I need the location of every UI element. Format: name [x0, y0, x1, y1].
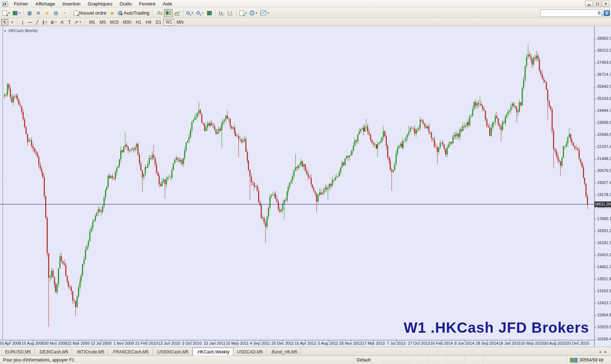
price-tick-label: 28212.90 — [594, 48, 611, 52]
crosshair-button[interactable]: + — [8, 19, 16, 26]
status-message: Pour plus d'informations, appuyer F1 — [0, 356, 353, 364]
new-chart-button[interactable]: ▾ — [1, 9, 11, 17]
auto-scroll-icon — [219, 11, 224, 16]
horizontal-line-button[interactable]: — — [26, 19, 34, 26]
price-tick-label: 24444.70 — [594, 108, 611, 113]
arrows-tool-button[interactable]: ↗▾ — [73, 19, 82, 26]
price-axis[interactable]: 28962.0028212.9027463.8026714.7025942.90… — [594, 26, 611, 340]
restore-icon — [596, 3, 599, 5]
price-tick-label: 19178.30 — [594, 192, 611, 197]
autotrading-icon — [118, 11, 122, 15]
line-chart-button[interactable] — [173, 9, 182, 17]
tab-us500cash-m5[interactable]: .US500Cash,M5 — [153, 348, 192, 356]
price-tick-label: 10915.50 — [594, 325, 611, 329]
market-watch-button[interactable]: ▦ — [25, 9, 34, 17]
text-tool-button[interactable]: A — [58, 19, 66, 26]
data-window-button[interactable]: ⊕ — [34, 9, 43, 17]
navigator-button[interactable]: ★ — [43, 9, 51, 17]
zoom-out-button[interactable]: − — [195, 9, 205, 17]
timeframe-m5[interactable]: M5 — [97, 19, 108, 26]
autotrading-button[interactable]: AutoTrading — [116, 9, 151, 17]
strategy-tester-button[interactable]: ◔ — [60, 9, 69, 17]
tile-windows-button[interactable] — [205, 9, 214, 17]
price-tick-label: 22946.50 — [594, 132, 611, 137]
timeframe-mn[interactable]: MN — [174, 19, 186, 26]
status-cell-empty — [483, 356, 567, 364]
metaeditor-button[interactable]: ◆ — [108, 9, 116, 17]
chart-symbol-label[interactable]: ▼.HKCash,Weekly — [4, 28, 38, 33]
price-tick-label: 23695.60 — [594, 120, 611, 125]
price-tick-label: 11664.60 — [594, 313, 611, 317]
indicators-button[interactable]: ▾ — [238, 9, 248, 17]
chart-shift-button[interactable] — [226, 9, 235, 17]
fibonacci-button[interactable]: ≣F — [49, 19, 58, 26]
vertical-line-button[interactable]: | — [19, 19, 26, 26]
periods-button[interactable]: ▾ — [248, 9, 259, 17]
clock-icon — [250, 11, 254, 15]
close-button[interactable]: ✕ — [602, 1, 610, 7]
tab-scroll-right-icon[interactable]: ▸ — [604, 349, 607, 354]
cursor-button[interactable]: ↖ — [1, 19, 8, 26]
bar-chart-button[interactable] — [155, 9, 164, 17]
date-tick-label: 7 Jul 2013 — [387, 341, 405, 345]
plus-glyph: + — [191, 11, 194, 15]
trendline-button[interactable]: ╱ — [34, 19, 41, 26]
terminal-button[interactable]: ▤ — [51, 9, 60, 17]
timeframe-m1[interactable]: M1 — [87, 19, 97, 26]
date-tick-label: 18 Jan 2015 — [499, 341, 521, 345]
search-input[interactable] — [541, 10, 598, 16]
search-icon[interactable] — [598, 11, 600, 15]
candlestick-chart-button[interactable] — [164, 9, 173, 17]
menu-fenetre[interactable]: Fenetre — [135, 0, 159, 7]
tab-scroll-left-icon[interactable]: ◂ — [599, 349, 601, 354]
toolbar-grip[interactable] — [84, 19, 85, 26]
date-tick-label: 30 Nov 2008 — [44, 341, 67, 345]
date-tick-label: 15 Apr 2012 — [295, 341, 316, 345]
community-badge[interactable]: 5 — [604, 10, 610, 16]
date-tick-label: 23 Jan 2011 — [204, 341, 226, 345]
templates-icon — [260, 11, 266, 15]
minimize-button[interactable] — [585, 1, 593, 7]
toolbar-separator — [23, 9, 24, 17]
new-order-icon — [74, 11, 78, 16]
price-tick-label: 19927.40 — [594, 180, 611, 185]
auto-scroll-button[interactable] — [217, 9, 226, 17]
menu-insertion[interactable]: Insertion — [59, 0, 84, 7]
status-cell-empty — [447, 356, 465, 364]
tab-usdcad-m5[interactable]: USDCAD,M5 — [233, 348, 267, 356]
candlestick-chart[interactable] — [0, 26, 611, 347]
chevron-down-icon: ▾ — [256, 11, 257, 15]
restore-button[interactable] — [594, 1, 601, 7]
zoom-in-button[interactable]: + — [185, 9, 195, 17]
equidistant-channel-button[interactable]: ∥E — [41, 19, 49, 26]
fibonacci-sub-label: F — [55, 20, 57, 24]
toolbar-grip[interactable] — [152, 9, 154, 17]
profiles-button[interactable]: ▾ — [11, 9, 22, 17]
timeframe-h1[interactable]: H1 — [133, 19, 143, 26]
tab-wticrude-m5[interactable]: .WTICrude,M5 — [72, 348, 108, 356]
menu-outils[interactable]: Outils — [116, 0, 135, 7]
menu-fichier[interactable]: Fichier — [10, 0, 32, 7]
status-profile[interactable]: Default — [353, 356, 384, 364]
date-axis[interactable]: 20 Apr 200810 Aug 200830 Nov 200822 Mar … — [0, 341, 594, 347]
new-order-button[interactable]: Nouvel ordre — [72, 9, 108, 17]
timeframe-m30[interactable]: M30 — [121, 19, 133, 26]
price-tick-label: 13911.90 — [594, 277, 611, 281]
timeframe-w1[interactable]: W1 — [163, 19, 174, 26]
timeframe-h4[interactable]: H4 — [144, 19, 153, 26]
status-connection[interactable]: 30554/58 kb — [567, 356, 611, 364]
price-tick-label: 21448.30 — [594, 156, 611, 161]
tab-eurusd-m5[interactable]: EURUSD,M5 — [1, 348, 35, 356]
menu-affichage[interactable]: Affichage — [32, 0, 59, 7]
templates-button[interactable]: ▾ — [259, 9, 271, 17]
chart-window: ▼.HKCash,Weekly W1 .HKCash JFD Brokers 2… — [0, 26, 611, 347]
tab-bund-h6-m5[interactable]: .Bund_H6,M5 — [267, 348, 301, 356]
tab-de30cash-m5[interactable]: .DE30Cash,M5 — [35, 348, 72, 356]
menu-graphiques[interactable]: Graphiques — [84, 0, 116, 7]
menu-aide[interactable]: Aide — [159, 0, 176, 7]
tab-hkcash-weekly[interactable]: .HKCash,Weekly — [192, 348, 233, 356]
timeframe-d1[interactable]: D1 — [153, 19, 163, 26]
tab-francecash-m5[interactable]: .FRANCECash,M5 — [108, 348, 153, 356]
timeframe-m15[interactable]: M15 — [108, 19, 121, 26]
text-label-button[interactable]: T — [66, 19, 73, 26]
